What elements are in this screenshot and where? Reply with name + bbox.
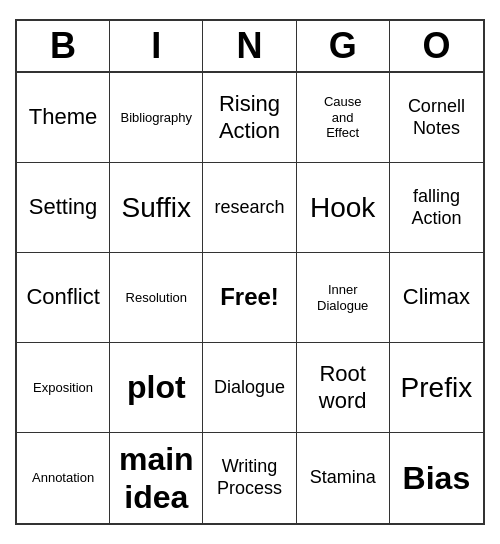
- cell-text: Conflict: [26, 284, 99, 310]
- cell-text: mainidea: [119, 440, 194, 517]
- cell-text: InnerDialogue: [317, 282, 368, 313]
- bingo-cell: Free!: [203, 253, 296, 343]
- bingo-header: BINGO: [17, 21, 483, 73]
- cell-text: Dialogue: [214, 377, 285, 399]
- bingo-cell: Suffix: [110, 163, 203, 253]
- cell-text: Exposition: [33, 380, 93, 396]
- bingo-cell: Theme: [17, 73, 110, 163]
- cell-text: CornellNotes: [408, 96, 465, 139]
- cell-text: Bias: [403, 459, 471, 497]
- bingo-cell: CauseandEffect: [297, 73, 390, 163]
- cell-text: Hook: [310, 191, 375, 225]
- cell-text: research: [214, 197, 284, 219]
- bingo-grid: ThemeBibliographyRisingActionCauseandEff…: [17, 73, 483, 523]
- bingo-cell: research: [203, 163, 296, 253]
- cell-text: Theme: [29, 104, 97, 130]
- bingo-cell: Stamina: [297, 433, 390, 523]
- bingo-cell: Setting: [17, 163, 110, 253]
- cell-text: Stamina: [310, 467, 376, 489]
- bingo-cell: WritingProcess: [203, 433, 296, 523]
- header-letter: O: [390, 21, 483, 71]
- bingo-cell: Prefix: [390, 343, 483, 433]
- header-letter: G: [297, 21, 390, 71]
- bingo-cell: RisingAction: [203, 73, 296, 163]
- cell-text: Free!: [220, 283, 279, 312]
- bingo-cell: Climax: [390, 253, 483, 343]
- cell-text: WritingProcess: [217, 456, 282, 499]
- cell-text: plot: [127, 368, 186, 406]
- cell-text: Rootword: [319, 361, 367, 414]
- bingo-cell: CornellNotes: [390, 73, 483, 163]
- cell-text: fallingAction: [411, 186, 461, 229]
- bingo-cell: Rootword: [297, 343, 390, 433]
- cell-text: Bibliography: [121, 110, 193, 126]
- header-letter: B: [17, 21, 110, 71]
- bingo-cell: Hook: [297, 163, 390, 253]
- cell-text: Prefix: [401, 371, 473, 405]
- cell-text: Suffix: [122, 191, 192, 225]
- bingo-cell: Dialogue: [203, 343, 296, 433]
- bingo-cell: Conflict: [17, 253, 110, 343]
- bingo-cell: plot: [110, 343, 203, 433]
- cell-text: Resolution: [126, 290, 187, 306]
- cell-text: Climax: [403, 284, 470, 310]
- header-letter: I: [110, 21, 203, 71]
- header-letter: N: [203, 21, 296, 71]
- cell-text: Setting: [29, 194, 98, 220]
- cell-text: CauseandEffect: [324, 94, 362, 141]
- bingo-card: BINGO ThemeBibliographyRisingActionCause…: [15, 19, 485, 525]
- bingo-cell: fallingAction: [390, 163, 483, 253]
- bingo-cell: Annotation: [17, 433, 110, 523]
- bingo-cell: Bias: [390, 433, 483, 523]
- bingo-cell: InnerDialogue: [297, 253, 390, 343]
- cell-text: Annotation: [32, 470, 94, 486]
- bingo-cell: Bibliography: [110, 73, 203, 163]
- bingo-cell: Exposition: [17, 343, 110, 433]
- bingo-cell: Resolution: [110, 253, 203, 343]
- bingo-cell: mainidea: [110, 433, 203, 523]
- cell-text: RisingAction: [219, 91, 280, 144]
